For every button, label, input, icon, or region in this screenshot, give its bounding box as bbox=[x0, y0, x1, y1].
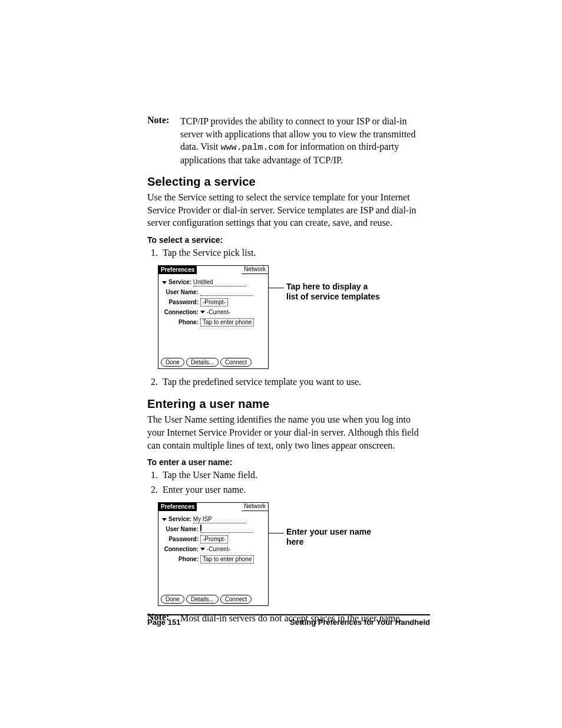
dropdown-icon[interactable] bbox=[200, 311, 205, 314]
connection-picklist[interactable]: -Current- bbox=[207, 309, 230, 316]
note-1-label: Note: bbox=[147, 115, 180, 167]
section-2-body: The User Name setting identifies the nam… bbox=[147, 413, 430, 452]
section-1-steps-cont: Tap the predefined service template you … bbox=[147, 375, 430, 390]
palm-menu-dropdown[interactable]: Network bbox=[242, 266, 268, 274]
figure-2: Preferences Network Service: My ISP User… bbox=[158, 502, 430, 606]
username-label: User Name: bbox=[162, 289, 200, 296]
section-2-step-2: Enter your user name. bbox=[160, 483, 430, 498]
palm-title: Preferences bbox=[158, 266, 197, 274]
palm-title: Preferences bbox=[158, 503, 197, 511]
section-1-step-1: Tap the Service pick list. bbox=[160, 246, 430, 261]
details-button[interactable]: Details... bbox=[186, 358, 219, 367]
palm-panel-1: Preferences Network Service: Untitled Us… bbox=[158, 265, 269, 369]
password-field[interactable]: -Prompt- bbox=[200, 298, 228, 307]
username-label: User Name: bbox=[162, 526, 200, 533]
username-field[interactable] bbox=[200, 289, 253, 296]
phone-label: Phone: bbox=[162, 319, 200, 326]
phone-label: Phone: bbox=[162, 556, 200, 563]
section-1-steps: Tap the Service pick list. bbox=[147, 246, 430, 261]
connection-picklist[interactable]: -Current- bbox=[207, 546, 230, 553]
footer-rule bbox=[147, 614, 430, 615]
section-2-subhead: To enter a user name: bbox=[147, 457, 430, 467]
password-label: Password: bbox=[162, 299, 200, 306]
connection-label: Connection: bbox=[162, 546, 200, 553]
service-label: Service: bbox=[168, 516, 191, 523]
note-1: Note: TCP/IP provides the ability to con… bbox=[147, 115, 430, 167]
dropdown-icon[interactable] bbox=[162, 281, 167, 284]
footer-page-number: Page 151 bbox=[147, 618, 180, 627]
section-2-title: Entering a user name bbox=[147, 397, 430, 411]
note-1-body: TCP/IP provides the ability to connect t… bbox=[180, 115, 430, 167]
callout-line bbox=[266, 533, 284, 533]
service-picklist[interactable]: Untitled bbox=[193, 279, 246, 286]
phone-field[interactable]: Tap to enter phone bbox=[200, 318, 254, 327]
page-footer: Page 151 Setting Preferences for Your Ha… bbox=[147, 618, 430, 627]
figure-1-callout: Tap here to display a list of service te… bbox=[286, 282, 381, 302]
section-1-body: Use the Service setting to select the se… bbox=[147, 191, 430, 229]
palm-panel-2: Preferences Network Service: My ISP User… bbox=[158, 502, 269, 606]
content-area: Note: TCP/IP provides the ability to con… bbox=[147, 115, 430, 631]
note-1-url: www.palm.com bbox=[221, 143, 285, 153]
password-field[interactable]: -Prompt- bbox=[200, 535, 228, 543]
username-field[interactable] bbox=[200, 526, 253, 533]
connect-button[interactable]: Connect bbox=[220, 358, 252, 367]
dropdown-icon[interactable] bbox=[162, 518, 167, 521]
done-button[interactable]: Done bbox=[161, 358, 184, 367]
connect-button[interactable]: Connect bbox=[220, 595, 252, 604]
figure-1: Preferences Network Service: Untitled Us… bbox=[158, 265, 430, 369]
page: Note: TCP/IP provides the ability to con… bbox=[0, 0, 562, 728]
dropdown-icon[interactable] bbox=[200, 548, 205, 551]
details-button[interactable]: Details... bbox=[186, 595, 219, 604]
done-button[interactable]: Done bbox=[161, 595, 184, 604]
section-1-title: Selecting a service bbox=[147, 175, 430, 189]
connection-label: Connection: bbox=[162, 309, 200, 316]
section-2-step-1: Tap the User Name field. bbox=[160, 468, 430, 483]
phone-field[interactable]: Tap to enter phone bbox=[200, 555, 254, 564]
footer-section-title: Setting Preferences for Your Handheld bbox=[290, 618, 430, 627]
section-1-subhead: To select a service: bbox=[147, 235, 430, 245]
section-2-steps: Tap the User Name field. Enter your user… bbox=[147, 468, 430, 498]
callout-line bbox=[266, 288, 284, 288]
section-1-step-2: Tap the predefined service template you … bbox=[160, 375, 430, 390]
service-label: Service: bbox=[168, 279, 191, 286]
figure-2-callout: Enter your user name here bbox=[286, 527, 381, 548]
password-label: Password: bbox=[162, 536, 200, 543]
palm-menu-dropdown[interactable]: Network bbox=[242, 503, 268, 511]
service-picklist[interactable]: My ISP bbox=[193, 516, 246, 523]
